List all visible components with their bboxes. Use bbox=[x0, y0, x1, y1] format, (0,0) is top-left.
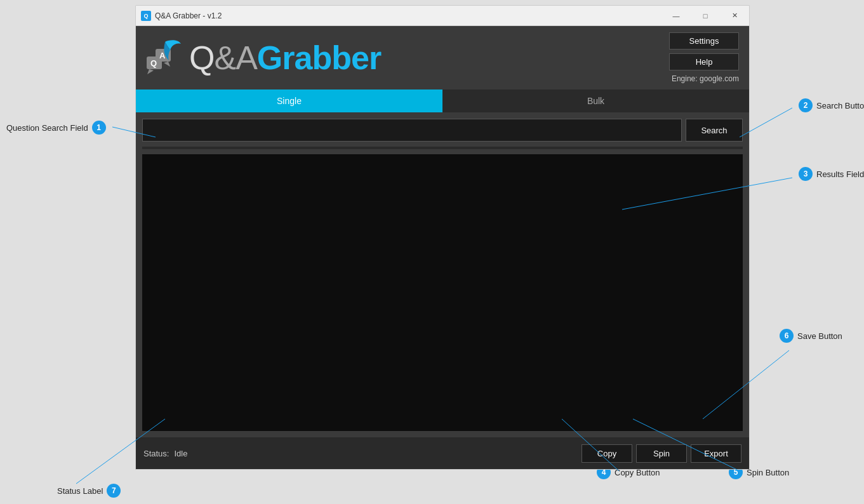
action-buttons: Copy Spin Export bbox=[582, 444, 741, 463]
status-bar: Status: Idle Copy Spin Export bbox=[136, 437, 749, 469]
status-left: Status: Idle bbox=[143, 449, 187, 458]
minimize-button[interactable]: — bbox=[661, 6, 691, 26]
logo-icon: Q A bbox=[146, 39, 184, 77]
settings-button[interactable]: Settings bbox=[669, 32, 739, 50]
svg-marker-4 bbox=[164, 62, 170, 67]
app-header: Q A Q&AGrabber Settings Help Engine: goo… bbox=[136, 26, 749, 90]
annotation-3: 3 Results Field bbox=[799, 167, 864, 181]
title-bar: Q Q&A Grabber - v1.2 — □ ✕ bbox=[135, 5, 750, 25]
maximize-button[interactable]: □ bbox=[691, 6, 720, 26]
title-bar-left: Q Q&A Grabber - v1.2 bbox=[141, 11, 222, 21]
logo-area: Q A Q&AGrabber bbox=[146, 39, 381, 77]
annotation-label: Spin Button bbox=[747, 468, 789, 477]
header-right: Settings Help Engine: google.com bbox=[669, 32, 739, 83]
search-button[interactable]: Search bbox=[686, 119, 743, 142]
logo-text: Q&AGrabber bbox=[189, 41, 381, 74]
svg-marker-1 bbox=[147, 69, 154, 74]
annotation-1: Question Search Field 1 bbox=[6, 121, 106, 135]
app-icon: Q bbox=[141, 11, 151, 21]
tabs-bar: Single Bulk bbox=[136, 90, 749, 112]
copy-button[interactable]: Copy bbox=[582, 444, 632, 463]
window-controls: — □ ✕ bbox=[661, 6, 749, 26]
annotation-label: Question Search Field bbox=[6, 123, 88, 133]
annotation-label: Save Button bbox=[797, 331, 842, 341]
annotation-label: Status Label bbox=[57, 486, 103, 496]
separator bbox=[142, 147, 743, 149]
tab-bulk[interactable]: Bulk bbox=[442, 90, 749, 112]
export-button[interactable]: Export bbox=[691, 444, 741, 463]
annotation-label: Results Field bbox=[816, 169, 864, 179]
tab-single[interactable]: Single bbox=[136, 90, 442, 112]
annotation-label: Search Button bbox=[816, 101, 864, 110]
spin-button[interactable]: Spin bbox=[636, 444, 687, 463]
engine-label: Engine: google.com bbox=[672, 74, 739, 83]
search-input[interactable] bbox=[142, 119, 682, 142]
search-row: Search bbox=[142, 119, 743, 142]
annotation-6: 6 Save Button bbox=[780, 329, 842, 343]
status-value: Idle bbox=[174, 449, 187, 458]
status-label: Status: bbox=[143, 449, 169, 458]
help-button[interactable]: Help bbox=[669, 53, 739, 70]
content-area: Search bbox=[136, 112, 749, 437]
window-title: Q&A Grabber - v1.2 bbox=[155, 11, 222, 20]
results-field[interactable] bbox=[142, 154, 743, 431]
annotation-7: Status Label 7 bbox=[57, 484, 121, 498]
app-window: Q A Q&AGrabber Settings Help Engine: goo… bbox=[135, 25, 750, 470]
annotation-2: 2 Search Button bbox=[799, 98, 864, 112]
close-button[interactable]: ✕ bbox=[720, 6, 749, 26]
